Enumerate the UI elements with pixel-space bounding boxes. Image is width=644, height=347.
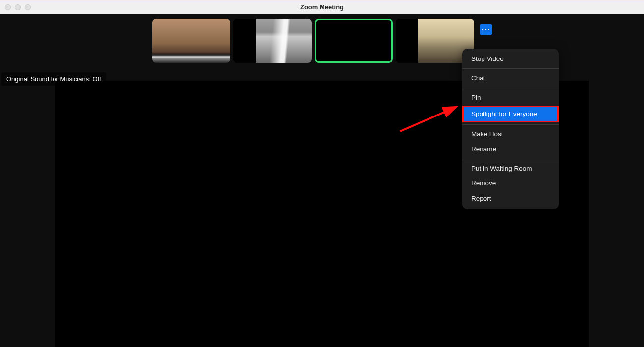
menu-divider (462, 124, 559, 125)
menu-item-report[interactable]: Report (462, 191, 559, 206)
menu-item-remove[interactable]: Remove (462, 176, 559, 191)
menu-item-stop-video[interactable]: Stop Video (462, 52, 559, 66)
window-titlebar: Zoom Meeting (0, 0, 644, 14)
participant-video-preview (152, 19, 230, 63)
menu-divider (462, 68, 559, 69)
menu-item-spotlight-everyone[interactable]: Spotlight for Everyone (462, 106, 559, 122)
close-window-button[interactable] (5, 4, 11, 10)
participant-thumbnail[interactable] (233, 19, 312, 63)
participant-thumbnail-active[interactable] (315, 19, 393, 63)
original-sound-toggle[interactable]: Original Sound for Musicians: Off (1, 72, 106, 86)
maximize-window-button[interactable] (25, 4, 31, 10)
menu-divider (462, 159, 559, 159)
menu-item-chat[interactable]: Chat (462, 71, 559, 86)
minimize-window-button[interactable] (15, 4, 21, 10)
menu-item-waiting-room[interactable]: Put in Waiting Room (462, 161, 559, 176)
participant-video-blank (396, 19, 418, 63)
window-title: Zoom Meeting (0, 3, 644, 11)
window-controls (5, 4, 31, 10)
participant-video-blank (233, 19, 256, 63)
participant-context-menu: Stop Video Chat Pin Spotlight for Everyo… (462, 49, 559, 209)
ellipsis-icon (482, 29, 489, 30)
meeting-content: Original Sound for Musicians: Off Stop V… (0, 14, 644, 347)
menu-item-pin[interactable]: Pin (462, 90, 559, 105)
participant-thumbnail[interactable] (152, 19, 230, 63)
menu-item-rename[interactable]: Rename (462, 142, 559, 157)
menu-item-make-host[interactable]: Make Host (462, 127, 559, 142)
more-options-button[interactable] (480, 24, 492, 35)
menu-divider (462, 88, 559, 88)
participant-video-preview (256, 19, 312, 63)
